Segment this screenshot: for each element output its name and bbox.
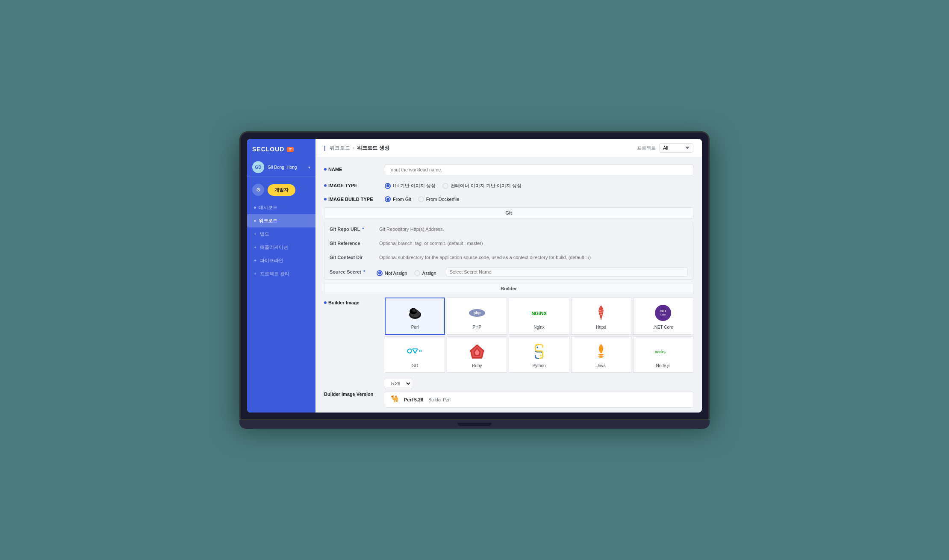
nav-dot-icon — [254, 206, 256, 209]
image-type-row: IMAGE TYPE Git 기반 이미지 생성 컨테이너 이미지 기반 이미지… — [324, 180, 693, 189]
plus-icon: + — [254, 232, 256, 236]
sidebar-item-build[interactable]: + 빌드 — [247, 227, 315, 241]
required-dot-icon — [324, 198, 327, 200]
logo-text: SECLOUD — [252, 146, 284, 153]
builder-card-php[interactable]: php PHP — [447, 298, 507, 335]
svg-point-20 — [540, 355, 542, 357]
git-repo-label: Git Repo URL * — [330, 227, 372, 232]
builder-card-httpd[interactable]: Httpd — [571, 298, 631, 335]
radio-container-based[interactable]: 컨테이너 이미지 기반 이미지 생성 — [442, 183, 522, 189]
source-secret-label: Source Secret * — [330, 269, 372, 274]
sidebar-item-pipeline[interactable]: + 파이프라인 — [247, 254, 315, 267]
svg-text:php: php — [474, 311, 481, 315]
main-content: | 워크로드 › 워크로드 생성 프로젝트 All — [315, 139, 702, 413]
radio-not-assign[interactable]: Not Assign — [377, 270, 407, 276]
radio-circle-icon — [414, 270, 420, 276]
sidebar-item-dashboard[interactable]: 대시보드 — [247, 201, 315, 214]
radio-from-dockerfile[interactable]: From Dockerfile — [418, 196, 460, 202]
builder-card-ruby[interactable]: Ruby — [447, 336, 507, 373]
git-form: Git Repo URL * Git Reference Git Context… — [324, 222, 693, 280]
svg-point-19 — [536, 347, 538, 348]
name-input[interactable] — [385, 164, 693, 175]
source-secret-radio-group: Not Assign Assign — [377, 268, 436, 276]
required-dot-icon — [324, 168, 327, 171]
builder-card-label: Java — [597, 363, 606, 368]
builder-card-perl[interactable]: Perl — [385, 298, 445, 335]
builder-section-header: Builder — [324, 283, 693, 294]
plus-icon: + — [254, 258, 256, 263]
git-reference-input[interactable] — [377, 239, 688, 248]
builder-card-label: Node.js — [656, 363, 670, 368]
builder-card-nginx[interactable]: NGi NX Nginx — [509, 298, 569, 335]
dev-button[interactable]: 개발자 — [268, 184, 295, 196]
git-repo-row: Git Repo URL * — [324, 222, 693, 236]
python-icon — [530, 343, 548, 360]
git-context-input[interactable] — [377, 253, 688, 262]
sidebar-item-label: 대시보드 — [259, 204, 277, 211]
name-label: NAME — [324, 164, 380, 172]
breadcrumb: | 워크로드 › 워크로드 생성 — [324, 144, 389, 152]
gear-button[interactable]: ⚙ — [252, 184, 264, 196]
breadcrumb-separator-icon: › — [353, 145, 354, 151]
image-type-label: IMAGE TYPE — [324, 180, 380, 188]
radio-git-based[interactable]: Git 기반 이미지 생성 — [385, 183, 436, 189]
plus-icon: + — [254, 271, 256, 276]
php-icon: php — [469, 304, 486, 321]
project-select[interactable]: All — [659, 143, 693, 153]
radio-assign[interactable]: Assign — [414, 270, 436, 276]
user-section[interactable]: GD Gil Dong, Hong ▾ — [247, 158, 315, 177]
ruby-icon — [469, 343, 486, 360]
svg-text:NX: NX — [540, 311, 547, 316]
source-secret-row: Source Secret * Not Assign As — [324, 265, 693, 279]
laptop-notch — [457, 423, 492, 426]
svg-text:node: node — [655, 350, 664, 354]
nodejs-icon: node .js — [654, 343, 672, 360]
sidebar-item-label: 빌드 — [260, 231, 269, 237]
radio-from-git[interactable]: From Git — [385, 196, 411, 202]
version-select-area: 5.26 🐪 Perl 5.26 Builder Perl — [385, 378, 693, 408]
java-icon — [592, 343, 610, 360]
svg-text:.js: .js — [664, 351, 666, 354]
version-select[interactable]: 5.26 — [385, 378, 412, 389]
builder-card-go[interactable]: O GO — [385, 336, 445, 373]
form-area: NAME IMAGE TYPE Git 기반 이 — [315, 157, 702, 413]
builder-grid: Perl php — [385, 298, 693, 373]
sidebar-item-workload[interactable]: 워크로드 — [247, 214, 315, 227]
svg-text:O: O — [419, 349, 421, 353]
builder-card-label: Nginx — [533, 325, 545, 330]
dev-section: ⚙ 개발자 — [247, 180, 315, 199]
nginx-icon: NGi NX — [530, 304, 548, 321]
breadcrumb-current: 워크로드 생성 — [357, 144, 389, 152]
builder-card-label: GO — [412, 363, 419, 368]
plus-icon: + — [254, 245, 256, 250]
chevron-down-icon: ▾ — [308, 165, 310, 170]
builder-card-java[interactable]: Java — [571, 336, 631, 373]
image-type-radio-group: Git 기반 이미지 생성 컨테이너 이미지 기반 이미지 생성 — [385, 180, 522, 189]
builder-card-python[interactable]: Python — [509, 336, 569, 373]
svg-text:Core: Core — [660, 313, 666, 316]
sidebar-item-application[interactable]: + 애플리케이션 — [247, 241, 315, 254]
logo-area: SECLOUD IT — [247, 139, 315, 158]
version-info-sub: Builder Perl — [428, 398, 451, 402]
required-dot-icon — [324, 184, 327, 187]
git-repo-input[interactable] — [377, 225, 688, 233]
builder-card-dotnet[interactable]: .NET Core .NET Core — [633, 298, 693, 335]
sidebar-item-label: 워크로드 — [259, 218, 277, 224]
name-row: NAME — [324, 164, 693, 175]
git-reference-row: Git Reference — [324, 236, 693, 251]
git-reference-label: Git Reference — [330, 241, 372, 246]
image-build-type-row: IMAGE BUILD TYPE From Git From Dockerfil… — [324, 194, 693, 202]
radio-circle-icon — [385, 183, 391, 189]
sidebar-item-project-mgmt[interactable]: + 프로젝트 관리 — [247, 267, 315, 280]
top-bar: | 워크로드 › 워크로드 생성 프로젝트 All — [315, 139, 702, 157]
sidebar-item-label: 애플리케이션 — [260, 244, 288, 251]
radio-circle-icon — [442, 183, 448, 189]
builder-version-row: Builder Image Version 5.26 🐪 Perl 5.26 B… — [324, 378, 693, 408]
dotnet-icon: .NET Core — [654, 304, 672, 321]
project-select-area: 프로젝트 All — [637, 143, 693, 153]
go-icon: O — [407, 343, 424, 360]
builder-card-nodejs[interactable]: node .js Node.js — [633, 336, 693, 373]
version-info: 🐪 Perl 5.26 Builder Perl — [385, 392, 693, 408]
builder-card-label: Python — [532, 363, 545, 368]
secret-name-input[interactable] — [446, 267, 688, 277]
